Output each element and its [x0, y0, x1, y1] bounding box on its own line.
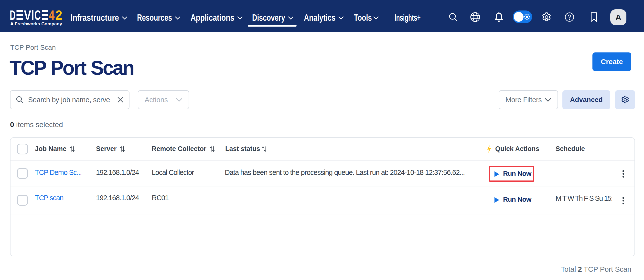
svg-text:V: V	[24, 9, 31, 23]
svg-text:D: D	[10, 9, 16, 23]
svg-text:C: C	[34, 9, 41, 23]
svg-text:A Freshworks Company: A Freshworks Company	[10, 21, 62, 26]
svg-text:2: 2	[56, 9, 62, 23]
svg-text:4: 4	[49, 9, 55, 23]
